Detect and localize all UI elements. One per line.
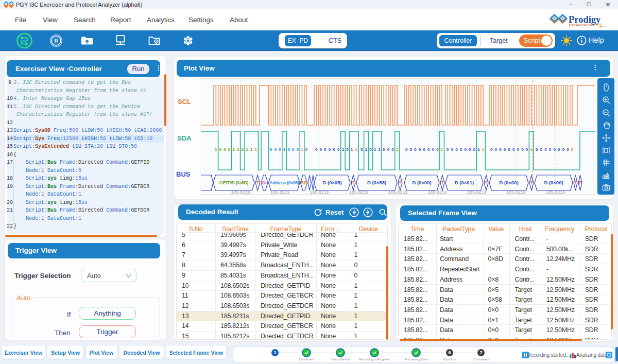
svg-text:0: 0 xyxy=(228,147,231,152)
svg-text:0: 0 xyxy=(427,147,430,152)
svg-text:0: 0 xyxy=(540,147,543,152)
svg-text:0: 0 xyxy=(512,147,515,152)
svg-text:D (0×00): D (0×00) xyxy=(412,180,431,185)
svg-text:0: 0 xyxy=(558,147,560,152)
svg-text:0: 0 xyxy=(333,147,335,152)
svg-text:T: T xyxy=(256,180,259,185)
svg-text:0: 0 xyxy=(473,147,476,152)
svg-text:1: 1 xyxy=(246,147,248,152)
svg-text:0: 0 xyxy=(460,147,462,152)
svg-text:1: 1 xyxy=(232,147,235,152)
svg-text:0: 0 xyxy=(405,147,408,152)
svg-text:0: 0 xyxy=(536,147,538,152)
svg-text:1: 1 xyxy=(351,147,353,152)
svg-text:185.821s: 185.821s xyxy=(310,189,329,195)
svg-text:RD: RD xyxy=(300,180,307,185)
svg-text:P: P xyxy=(578,180,582,185)
svg-text:0: 0 xyxy=(297,147,299,152)
svg-text:T: T xyxy=(352,180,355,185)
svg-text:0: 0 xyxy=(455,147,458,152)
svg-text:1: 1 xyxy=(301,147,303,152)
svg-text:185.821s: 185.821s xyxy=(506,189,526,195)
svg-text:D (0×00): D (0×00) xyxy=(499,180,518,185)
svg-text:T: T xyxy=(441,180,444,185)
svg-text:0: 0 xyxy=(346,147,349,152)
svg-text:0: 0 xyxy=(469,147,471,152)
svg-text:0: 0 xyxy=(549,147,552,152)
svg-text:0: 0 xyxy=(315,147,318,152)
svg-text:0: 0 xyxy=(224,147,226,152)
svg-text:0: 0 xyxy=(436,147,439,152)
svg-text:0: 0 xyxy=(305,147,308,152)
svg-text:0: 0 xyxy=(329,147,331,152)
svg-text:1: 1 xyxy=(441,147,443,152)
svg-text:0: 0 xyxy=(324,147,327,152)
svg-text:1: 1 xyxy=(355,147,357,152)
svg-text:0: 0 xyxy=(432,147,435,152)
svg-text:T: T xyxy=(574,180,577,185)
svg-text:Address (0×08): Address (0×08) xyxy=(269,180,299,185)
svg-text:0: 0 xyxy=(423,147,425,152)
svg-text:GETPID (0×8D): GETPID (0×8D) xyxy=(219,180,249,185)
svg-text:0: 0 xyxy=(553,147,556,152)
svg-text:0: 0 xyxy=(337,147,340,152)
svg-text:1: 1 xyxy=(530,147,533,152)
svg-text:D (0×00): D (0×00) xyxy=(544,180,563,185)
svg-text:1: 1 xyxy=(365,147,368,152)
svg-text:0: 0 xyxy=(414,147,417,152)
svg-text:1: 1 xyxy=(378,147,381,152)
svg-text:0: 0 xyxy=(562,147,565,152)
svg-text:0: 0 xyxy=(451,147,454,152)
svg-text:185.821s: 185.821s xyxy=(270,189,290,195)
svg-text:185.821s: 185.821s xyxy=(467,189,487,195)
svg-text:1: 1 xyxy=(477,147,480,152)
svg-text:185.821s: 185.821s xyxy=(231,189,250,195)
svg-text:1: 1 xyxy=(237,147,239,152)
svg-text:0: 0 xyxy=(526,147,528,152)
svg-text:185.821s: 185.821s xyxy=(546,189,565,195)
svg-text:185.821s: 185.821s xyxy=(388,189,408,195)
svg-text:0: 0 xyxy=(383,147,385,152)
svg-text:0: 0 xyxy=(504,147,506,152)
svg-text:1: 1 xyxy=(250,147,253,152)
svg-text:D (0×01): D (0×01) xyxy=(455,180,474,185)
svg-text:0: 0 xyxy=(419,147,421,152)
svg-text:0: 0 xyxy=(320,147,322,152)
svg-text:0: 0 xyxy=(274,147,277,152)
svg-text:0: 0 xyxy=(499,147,502,152)
svg-text:0: 0 xyxy=(270,147,272,152)
svg-text:T: T xyxy=(530,180,533,185)
svg-text:0: 0 xyxy=(242,147,244,152)
svg-text:0: 0 xyxy=(508,147,510,152)
svg-text:0: 0 xyxy=(566,147,569,152)
svg-text:TECHNOVATIONS: TECHNOVATIONS xyxy=(571,24,595,27)
svg-text:0: 0 xyxy=(521,147,524,152)
svg-text:0: 0 xyxy=(391,147,394,152)
svg-text:1: 1 xyxy=(215,147,217,152)
svg-text:0: 0 xyxy=(571,147,574,152)
svg-text:0: 0 xyxy=(544,147,547,152)
svg-text:1: 1 xyxy=(342,147,345,152)
svg-text:T: T xyxy=(399,180,402,185)
svg-text:0: 0 xyxy=(369,147,372,152)
svg-text:0: 0 xyxy=(387,147,390,152)
svg-text:1: 1 xyxy=(374,147,376,152)
svg-text:0: 0 xyxy=(447,147,449,152)
svg-text:1: 1 xyxy=(254,147,257,152)
svg-text:0: 0 xyxy=(292,147,295,152)
svg-text:0: 0 xyxy=(490,147,493,152)
svg-text:0: 0 xyxy=(287,147,290,152)
svg-text:D (0×58): D (0×58) xyxy=(367,180,386,185)
svg-text:0: 0 xyxy=(219,147,222,152)
svg-text:D (0×05): D (0×05) xyxy=(322,180,341,185)
svg-text:1: 1 xyxy=(283,147,286,152)
svg-text:0: 0 xyxy=(360,147,363,152)
svg-text:0: 0 xyxy=(517,147,520,152)
svg-text:T: T xyxy=(485,180,488,185)
svg-text:0: 0 xyxy=(464,147,467,152)
svg-text:1: 1 xyxy=(482,147,485,152)
svg-text:Sr: Sr xyxy=(262,180,267,185)
svg-text:0: 0 xyxy=(410,147,413,152)
svg-text:1: 1 xyxy=(396,147,399,152)
svg-text:Prodigy: Prodigy xyxy=(569,14,601,25)
